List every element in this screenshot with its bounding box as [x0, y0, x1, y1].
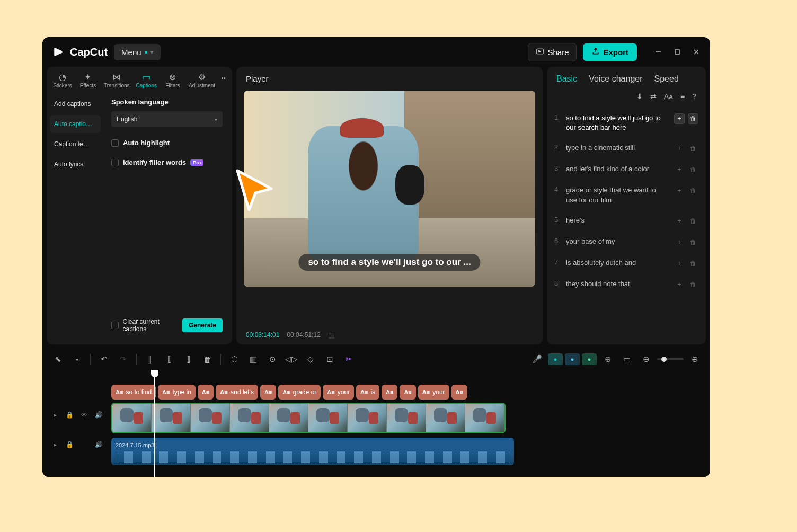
- add-caption-icon[interactable]: +: [674, 143, 685, 154]
- delete-caption-icon[interactable]: 🗑: [688, 185, 698, 196]
- eye-icon[interactable]: 👁: [79, 409, 90, 421]
- track-toggle-icon[interactable]: ▸: [50, 439, 60, 450]
- rotate-icon[interactable]: ◇: [303, 352, 318, 367]
- list-icon[interactable]: ≡: [680, 92, 685, 101]
- caption-clip[interactable]: A≡: [400, 385, 415, 400]
- caption-clip[interactable]: A≡: [382, 385, 397, 400]
- caption-clip[interactable]: A≡type in: [158, 385, 196, 400]
- caption-clip[interactable]: A≡: [451, 385, 467, 400]
- trim-left-icon[interactable]: ⟦: [161, 352, 177, 367]
- add-caption-icon[interactable]: +: [674, 279, 685, 290]
- align-icon[interactable]: ⊕: [600, 352, 616, 367]
- tab-speed[interactable]: Speed: [654, 74, 679, 84]
- collapse-icon[interactable]: ‹‹: [219, 70, 228, 86]
- grid-icon[interactable]: ▦: [328, 331, 334, 339]
- delete-caption-icon[interactable]: 🗑: [688, 216, 698, 226]
- columns-icon[interactable]: ▥: [245, 352, 261, 367]
- caption-item[interactable]: 4 grade or style that we want to use for…: [552, 180, 701, 210]
- crop-icon[interactable]: ⊡: [322, 352, 338, 367]
- maximize-button[interactable]: [673, 48, 681, 56]
- delete-icon[interactable]: 🗑: [199, 352, 215, 367]
- caption-item[interactable]: 3 and let's find kind of a color + 🗑: [552, 159, 701, 180]
- chevron-down-icon[interactable]: ▾: [69, 352, 85, 367]
- play-circle-icon[interactable]: ⊙: [264, 352, 280, 367]
- menu-button[interactable]: Menu ▾: [114, 44, 161, 60]
- generate-button[interactable]: Generate: [182, 318, 223, 332]
- undo-icon[interactable]: ↶: [96, 352, 112, 367]
- sidebar-item-auto-lyrics[interactable]: Auto lyrics: [50, 155, 101, 173]
- tab-captions[interactable]: ▭ Captions: [134, 70, 159, 91]
- delete-caption-icon[interactable]: 🗑: [688, 164, 698, 175]
- caption-clip[interactable]: A≡: [260, 385, 276, 400]
- redo-icon[interactable]: ↷: [115, 352, 131, 367]
- marker-color-badge[interactable]: ●: [548, 353, 563, 365]
- sidebar-item-auto-captions[interactable]: Auto captio…: [50, 115, 101, 133]
- delete-caption-icon[interactable]: 🗑: [688, 237, 698, 247]
- lock-icon[interactable]: 🔒: [65, 439, 75, 450]
- caption-clip[interactable]: A≡your: [418, 385, 449, 400]
- add-caption-icon[interactable]: +: [674, 164, 685, 175]
- caption-item[interactable]: 5 here's + 🗑: [552, 210, 701, 232]
- caption-clip[interactable]: A≡so to find: [111, 385, 156, 400]
- translate-icon[interactable]: ⇄: [650, 92, 657, 101]
- tab-effects[interactable]: ✦ Effects: [76, 70, 100, 91]
- minimize-button[interactable]: [654, 48, 662, 56]
- pro-tool-icon[interactable]: ✂: [341, 352, 357, 367]
- tab-adjustment[interactable]: ⚙ Adjustment: [187, 70, 217, 91]
- player-video[interactable]: so to find a style we'll just go to our …: [244, 91, 535, 287]
- mic-icon[interactable]: 🎤: [529, 352, 545, 367]
- add-caption-icon[interactable]: +: [674, 185, 685, 196]
- zoom-in-icon[interactable]: ⊕: [687, 352, 703, 367]
- record-icon[interactable]: ▭: [619, 352, 635, 367]
- sidebar-item-add-captions[interactable]: Add captions: [50, 95, 101, 113]
- caption-clip[interactable]: A≡your: [323, 385, 354, 400]
- marker-color-badge[interactable]: ●: [582, 353, 597, 365]
- playhead[interactable]: [154, 370, 155, 477]
- tab-filters[interactable]: ⊗ Filters: [161, 70, 184, 91]
- caption-item[interactable]: 8 they should note that + 🗑: [552, 274, 701, 295]
- tab-stickers[interactable]: ◔ Stickers: [51, 70, 74, 91]
- help-icon[interactable]: ?: [692, 92, 696, 101]
- audio-clip[interactable]: 2024.7.15.mp3: [111, 438, 514, 465]
- delete-caption-icon[interactable]: 🗑: [688, 258, 698, 269]
- caption-clip[interactable]: A≡is: [356, 385, 379, 400]
- marker-color-badge[interactable]: ●: [565, 353, 580, 365]
- add-caption-icon[interactable]: +: [674, 237, 685, 247]
- caption-clip[interactable]: A≡grade or: [278, 385, 321, 400]
- clear-captions-checkbox[interactable]: [111, 322, 119, 329]
- zoom-slider[interactable]: [657, 358, 684, 360]
- export-button[interactable]: Export: [583, 43, 637, 61]
- caption-clip[interactable]: A≡and let's: [216, 385, 258, 400]
- caption-item[interactable]: 7 is absolutely dutch and + 🗑: [552, 253, 701, 274]
- tab-voice-changer[interactable]: Voice changer: [589, 74, 642, 84]
- sidebar-item-caption-templates[interactable]: Caption te…: [50, 135, 101, 153]
- audio-icon[interactable]: 🔊: [94, 409, 104, 421]
- track-toggle-icon[interactable]: ▸: [50, 409, 60, 421]
- trim-right-icon[interactable]: ⟧: [180, 352, 196, 367]
- pointer-tool-icon[interactable]: ⬉: [50, 352, 66, 367]
- delete-caption-icon[interactable]: 🗑: [688, 143, 698, 154]
- lock-icon[interactable]: 🔒: [65, 409, 75, 421]
- delete-caption-icon[interactable]: 🗑: [688, 113, 698, 124]
- split-icon[interactable]: ‖: [142, 352, 158, 367]
- caption-item[interactable]: 6 your base of my + 🗑: [552, 232, 701, 253]
- delete-caption-icon[interactable]: 🗑: [688, 279, 698, 290]
- audio-icon[interactable]: 🔊: [94, 439, 104, 450]
- video-clip[interactable]: [111, 403, 506, 433]
- shield-icon[interactable]: ⬡: [226, 352, 242, 367]
- zoom-out-icon[interactable]: ⊖: [638, 352, 654, 367]
- add-caption-icon[interactable]: +: [674, 216, 685, 226]
- timeline-tracks[interactable]: ✎ Cover A≡so to find A≡type in A≡ A≡and …: [111, 370, 710, 477]
- share-button[interactable]: Share: [528, 43, 577, 61]
- close-button[interactable]: [692, 48, 701, 56]
- caption-clip[interactable]: A≡: [198, 385, 214, 400]
- mirror-icon[interactable]: ◁▷: [284, 352, 299, 367]
- caption-item[interactable]: 2 type in a cinematic still + 🗑: [552, 138, 701, 159]
- auto-highlight-checkbox[interactable]: [111, 139, 119, 147]
- tab-basic[interactable]: Basic: [556, 74, 577, 84]
- language-select[interactable]: English: [111, 111, 223, 127]
- tab-transitions[interactable]: ⋈ Transitions: [102, 70, 132, 91]
- add-caption-icon[interactable]: +: [674, 113, 685, 124]
- filler-words-checkbox[interactable]: [111, 159, 119, 166]
- format-icon[interactable]: Aᴀ: [664, 92, 673, 101]
